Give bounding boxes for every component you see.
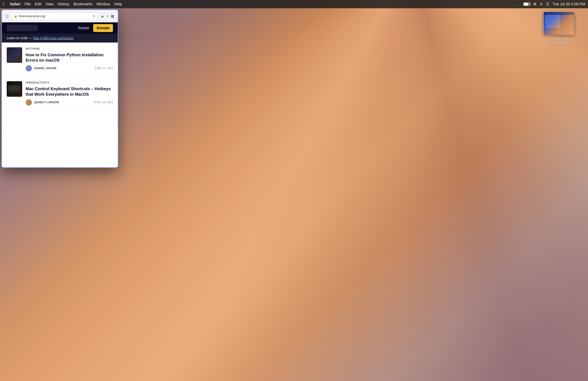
article-list: #PYTHON How to Fix Common Python Install… [2,43,118,111]
keyboard-thumbnail-image [7,81,22,97]
url-text: freecodecamp.org [19,14,45,18]
menubar-help[interactable]: Help [114,2,122,6]
article-content-python: #PYTHON How to Fix Common Python Install… [26,47,113,71]
menubar-history[interactable]: History [58,2,69,6]
screenshot-thumbnail [543,12,574,35]
screenshot-icon-label: Screenshot 2024-0...7PM.png [546,37,571,46]
browser-window-thumbnail[interactable]: ◫ 🔒 freecodecamp.org ↻ ▲ + ▦ Forum Donat… [1,9,118,168]
article-title-python: How to Fix Common Python Installation Er… [26,52,113,63]
ssl-lock-icon: 🔒 [14,14,17,18]
safari-toolbar: ◫ 🔒 freecodecamp.org ↻ ▲ + ▦ [2,10,118,22]
menu-bar:  Safari File Edit View History Bookmark… [0,0,588,8]
banner-text: Learn to code — [7,36,32,40]
toolbar-left: ◫ [5,14,9,18]
fcc-logo-area [7,25,38,31]
apple-menu-icon[interactable]:  [3,1,4,7]
fcc-navigation: Forum Donate [2,22,118,34]
donate-nav-button[interactable]: Donate [93,24,113,32]
toolbar-right: ▲ + ▦ [101,14,114,18]
author-name-daniel: DANIEL KEHOE [34,67,57,70]
article-item-productivity[interactable]: #PRODUCTIVITY Mac Control Keyboard Short… [2,76,118,110]
tab-grid-icon[interactable]: ▦ [111,14,114,18]
menubar-edit[interactable]: Edit [35,2,41,6]
clock-display: Tue Jul 30 2:00 PM [553,2,585,6]
article-tag-python: #PYTHON [26,47,113,50]
article-content-productivity: #PRODUCTIVITY Mac Control Keyboard Short… [26,81,113,105]
article-meta-productivity: QUINCY LARSON APRIL 26, 2024 [26,99,113,106]
menubar-left:  Safari File Edit View History Bookmark… [3,1,122,7]
article-thumbnail-keyboard [7,81,22,97]
control-center-icon[interactable]: ☰ [546,2,549,6]
menubar-window[interactable]: Window [97,2,110,6]
menubar-file[interactable]: File [25,2,31,6]
avatar-image-daniel [26,65,32,71]
article-title-productivity: Mac Control Keyboard Shortcuts – Hotkeys… [26,86,113,97]
python-thumbnail-image [7,47,22,63]
article-tag-productivity: #PRODUCTIVITY [26,81,113,84]
menubar-app-name[interactable]: Safari [10,2,21,6]
screenshot-filename-label: Screenshot [546,37,571,42]
spotlight-search-icon[interactable]: ☌ [540,2,543,6]
screenshot-thumbnail-preview [544,12,574,35]
battery-body [524,2,530,6]
battery-fill [524,3,528,5]
screenshot-date-label: 2024-0...7PM.png [546,42,571,46]
article-meta-python: DANIEL KEHOE JUNE 11, 2024 [26,65,113,71]
menubar-right: ⌘ ☌ ☰ Tue Jul 30 2:00 PM [524,2,585,6]
tab-overview-icon[interactable]: ◫ [5,14,9,18]
address-bar[interactable]: 🔒 freecodecamp.org ↻ [11,13,98,20]
article-thumbnail-python [7,47,22,63]
forum-nav-link[interactable]: Forum [78,26,89,30]
desktop-screenshot-icon[interactable]: Screenshot 2024-0...7PM.png [542,12,576,46]
menubar-bookmarks[interactable]: Bookmarks [74,2,92,6]
article-date-productivity: APRIL 26, 2024 [94,101,113,104]
author-avatar-quincy [26,99,32,106]
article-date-python: JUNE 11, 2024 [94,67,113,70]
author-avatar-daniel [26,65,32,71]
fcc-logo [7,25,38,31]
share-icon[interactable]: ▲ [101,14,104,18]
learn-to-code-banner: Learn to code — free 3,000-hour curricul… [2,34,118,43]
battery-status [524,2,530,6]
curriculum-link[interactable]: free 3,000-hour curriculum [33,36,74,40]
author-name-quincy: QUINCY LARSON [34,101,59,104]
menubar-view[interactable]: View [45,2,53,6]
wifi-icon[interactable]: ⌘ [533,2,537,6]
new-tab-icon[interactable]: + [106,14,109,18]
keyboard-shape-icon [8,85,21,93]
avatar-image-quincy [26,99,32,106]
article-item-python[interactable]: #PYTHON How to Fix Common Python Install… [2,43,118,76]
screenshot-menubar-stripe [544,12,574,15]
reload-icon[interactable]: ↻ [93,14,95,18]
